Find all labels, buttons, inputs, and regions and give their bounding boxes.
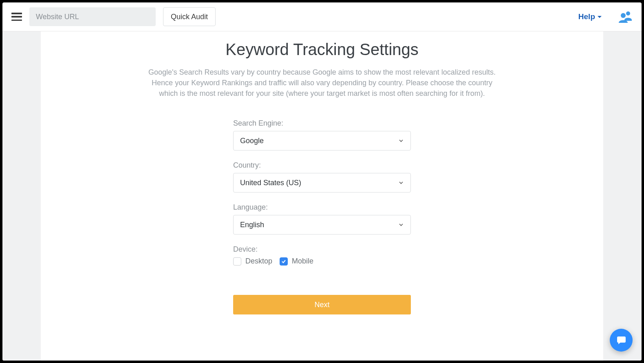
search-engine-select[interactable]: Google: [233, 131, 411, 151]
next-button[interactable]: Next: [233, 295, 411, 314]
settings-form: Search Engine: Google Country: United St…: [233, 119, 411, 314]
page-title: Keyword Tracking Settings: [57, 40, 587, 59]
app-frame: Quick Audit Help Keyword Tracking Settin…: [2, 2, 642, 361]
desktop-label: Desktop: [245, 257, 272, 266]
device-desktop-option: Desktop: [233, 257, 272, 266]
chevron-down-icon: [398, 222, 404, 228]
mobile-label: Mobile: [292, 257, 313, 266]
quick-audit-button[interactable]: Quick Audit: [163, 7, 216, 26]
chat-widget-icon[interactable]: [610, 329, 633, 352]
content-wrap: Keyword Tracking Settings Google's Searc…: [2, 31, 642, 361]
device-mobile-option: Mobile: [280, 257, 313, 266]
country-label: Country:: [233, 161, 411, 170]
help-dropdown[interactable]: Help: [578, 12, 602, 21]
content-panel: Keyword Tracking Settings Google's Searc…: [41, 31, 603, 361]
page-subtitle: Google's Search Results vary by country …: [145, 67, 499, 99]
device-label: Device:: [233, 245, 411, 254]
help-label: Help: [578, 12, 595, 21]
caret-down-icon: [598, 16, 602, 18]
mobile-checkbox[interactable]: [280, 257, 288, 266]
country-select[interactable]: United States (US): [233, 173, 411, 193]
website-url-input[interactable]: [29, 7, 156, 26]
field-country: Country: United States (US): [233, 161, 411, 193]
chevron-down-icon: [398, 180, 404, 186]
language-value: English: [240, 221, 264, 229]
chevron-down-icon: [398, 138, 404, 144]
user-icon[interactable]: [619, 11, 633, 23]
field-language: Language: English: [233, 203, 411, 235]
search-engine-label: Search Engine:: [233, 119, 411, 128]
search-engine-value: Google: [240, 137, 264, 145]
device-options: Desktop Mobile: [233, 257, 411, 266]
menu-icon[interactable]: [11, 13, 22, 21]
field-device: Device: Desktop Mobile: [233, 245, 411, 266]
desktop-checkbox[interactable]: [233, 257, 241, 266]
field-search-engine: Search Engine: Google: [233, 119, 411, 151]
svg-point-0: [626, 11, 630, 15]
country-value: United States (US): [240, 179, 301, 187]
topbar: Quick Audit Help: [2, 2, 642, 31]
language-label: Language:: [233, 203, 411, 212]
language-select[interactable]: English: [233, 215, 411, 235]
svg-point-1: [621, 13, 626, 18]
